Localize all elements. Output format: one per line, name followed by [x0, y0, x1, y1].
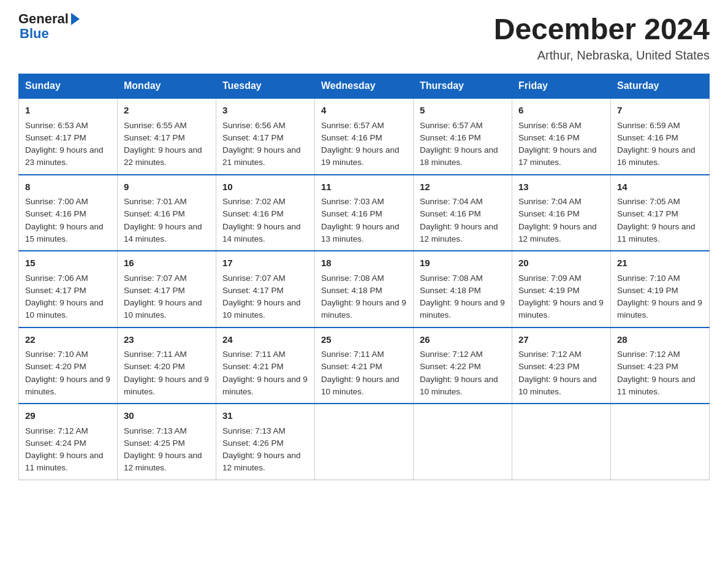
page-header: General Blue December 2024 Arthur, Nebra… — [18, 12, 710, 63]
day-number: 13 — [518, 180, 604, 194]
day-number: 30 — [124, 409, 210, 423]
calendar-table: SundayMondayTuesdayWednesdayThursdayFrid… — [18, 74, 710, 480]
day-cell: 16 Sunrise: 7:07 AMSunset: 4:17 PMDaylig… — [118, 251, 216, 327]
day-number: 25 — [321, 333, 407, 347]
day-number: 4 — [321, 104, 407, 118]
day-number: 9 — [124, 180, 210, 194]
day-number: 21 — [617, 256, 703, 270]
day-number: 8 — [25, 180, 111, 194]
day-info: Sunrise: 7:04 AMSunset: 4:16 PMDaylight:… — [420, 196, 506, 245]
calendar-header: SundayMondayTuesdayWednesdayThursdayFrid… — [19, 74, 710, 99]
day-cell: 31 Sunrise: 7:13 AMSunset: 4:26 PMDaylig… — [216, 404, 315, 480]
day-cell: 7 Sunrise: 6:59 AMSunset: 4:16 PMDayligh… — [611, 98, 710, 175]
day-info: Sunrise: 7:04 AMSunset: 4:16 PMDaylight:… — [518, 196, 604, 245]
header-cell-wednesday: Wednesday — [315, 74, 414, 99]
day-info: Sunrise: 7:11 AMSunset: 4:21 PMDaylight:… — [321, 348, 407, 398]
day-info: Sunrise: 7:10 AMSunset: 4:19 PMDaylight:… — [617, 272, 703, 322]
day-number: 15 — [25, 256, 111, 270]
day-number: 20 — [518, 256, 604, 270]
day-number: 1 — [25, 104, 111, 118]
location-text: Arthur, Nebraska, United States — [494, 48, 710, 63]
day-number: 11 — [321, 180, 407, 194]
day-info: Sunrise: 7:12 AMSunset: 4:24 PMDaylight:… — [25, 425, 111, 475]
day-cell: 1 Sunrise: 6:53 AMSunset: 4:17 PMDayligh… — [19, 98, 118, 175]
day-info: Sunrise: 7:10 AMSunset: 4:20 PMDaylight:… — [25, 348, 111, 398]
day-info: Sunrise: 7:09 AMSunset: 4:19 PMDaylight:… — [518, 272, 604, 322]
logo-general-text: General — [18, 12, 69, 26]
day-number: 26 — [420, 333, 506, 347]
day-cell: 20 Sunrise: 7:09 AMSunset: 4:19 PMDaylig… — [512, 251, 611, 327]
day-info: Sunrise: 7:12 AMSunset: 4:23 PMDaylight:… — [518, 348, 604, 398]
day-number: 24 — [222, 333, 308, 347]
day-number: 14 — [617, 180, 703, 194]
day-number: 17 — [222, 256, 308, 270]
day-cell: 17 Sunrise: 7:07 AMSunset: 4:17 PMDaylig… — [216, 251, 315, 327]
day-info: Sunrise: 6:59 AMSunset: 4:16 PMDaylight:… — [617, 120, 703, 169]
logo-blue-text: Blue — [18, 26, 49, 42]
header-cell-sunday: Sunday — [19, 74, 118, 99]
day-number: 23 — [124, 333, 210, 347]
header-cell-tuesday: Tuesday — [216, 74, 315, 99]
day-cell: 5 Sunrise: 6:57 AMSunset: 4:16 PMDayligh… — [414, 98, 512, 175]
day-number: 3 — [222, 104, 308, 118]
day-cell: 25 Sunrise: 7:11 AMSunset: 4:21 PMDaylig… — [315, 327, 414, 404]
day-cell: 18 Sunrise: 7:08 AMSunset: 4:18 PMDaylig… — [315, 251, 414, 327]
logo: General Blue — [18, 12, 80, 42]
day-info: Sunrise: 6:55 AMSunset: 4:17 PMDaylight:… — [124, 120, 210, 169]
day-cell: 15 Sunrise: 7:06 AMSunset: 4:17 PMDaylig… — [19, 251, 118, 327]
day-number: 18 — [321, 256, 407, 270]
day-cell: 27 Sunrise: 7:12 AMSunset: 4:23 PMDaylig… — [512, 327, 611, 404]
day-number: 22 — [25, 333, 111, 347]
day-cell: 14 Sunrise: 7:05 AMSunset: 4:17 PMDaylig… — [611, 175, 710, 251]
day-number: 27 — [518, 333, 604, 347]
day-info: Sunrise: 7:00 AMSunset: 4:16 PMDaylight:… — [25, 196, 111, 245]
day-info: Sunrise: 7:02 AMSunset: 4:16 PMDaylight:… — [222, 196, 308, 245]
day-cell: 22 Sunrise: 7:10 AMSunset: 4:20 PMDaylig… — [19, 327, 118, 404]
day-info: Sunrise: 6:53 AMSunset: 4:17 PMDaylight:… — [25, 120, 111, 169]
day-info: Sunrise: 7:13 AMSunset: 4:26 PMDaylight:… — [222, 425, 308, 475]
day-info: Sunrise: 7:03 AMSunset: 4:16 PMDaylight:… — [321, 196, 407, 245]
day-cell: 26 Sunrise: 7:12 AMSunset: 4:22 PMDaylig… — [414, 327, 512, 404]
logo-arrow-icon — [71, 13, 80, 25]
day-cell: 13 Sunrise: 7:04 AMSunset: 4:16 PMDaylig… — [512, 175, 611, 251]
day-number: 19 — [420, 256, 506, 270]
header-row: SundayMondayTuesdayWednesdayThursdayFrid… — [19, 74, 710, 99]
day-cell: 28 Sunrise: 7:12 AMSunset: 4:23 PMDaylig… — [611, 327, 710, 404]
day-cell: 2 Sunrise: 6:55 AMSunset: 4:17 PMDayligh… — [118, 98, 216, 175]
week-row-3: 15 Sunrise: 7:06 AMSunset: 4:17 PMDaylig… — [19, 251, 710, 327]
week-row-4: 22 Sunrise: 7:10 AMSunset: 4:20 PMDaylig… — [19, 327, 710, 404]
title-area: December 2024 Arthur, Nebraska, United S… — [494, 12, 710, 63]
day-number: 10 — [222, 180, 308, 194]
day-cell — [611, 404, 710, 480]
day-info: Sunrise: 6:57 AMSunset: 4:16 PMDaylight:… — [321, 120, 407, 169]
day-info: Sunrise: 7:11 AMSunset: 4:21 PMDaylight:… — [222, 348, 308, 398]
header-cell-monday: Monday — [118, 74, 216, 99]
header-cell-friday: Friday — [512, 74, 611, 99]
day-info: Sunrise: 7:13 AMSunset: 4:25 PMDaylight:… — [124, 425, 210, 475]
day-info: Sunrise: 7:12 AMSunset: 4:23 PMDaylight:… — [617, 348, 703, 398]
day-info: Sunrise: 6:56 AMSunset: 4:17 PMDaylight:… — [222, 120, 308, 169]
day-cell: 12 Sunrise: 7:04 AMSunset: 4:16 PMDaylig… — [414, 175, 512, 251]
day-cell — [512, 404, 611, 480]
day-cell — [414, 404, 512, 480]
day-info: Sunrise: 7:08 AMSunset: 4:18 PMDaylight:… — [420, 272, 506, 322]
day-info: Sunrise: 7:01 AMSunset: 4:16 PMDaylight:… — [124, 196, 210, 245]
calendar-body: 1 Sunrise: 6:53 AMSunset: 4:17 PMDayligh… — [19, 98, 710, 480]
day-info: Sunrise: 7:07 AMSunset: 4:17 PMDaylight:… — [124, 272, 210, 322]
day-cell: 6 Sunrise: 6:58 AMSunset: 4:16 PMDayligh… — [512, 98, 611, 175]
day-cell: 4 Sunrise: 6:57 AMSunset: 4:16 PMDayligh… — [315, 98, 414, 175]
day-cell: 8 Sunrise: 7:00 AMSunset: 4:16 PMDayligh… — [19, 175, 118, 251]
day-cell: 11 Sunrise: 7:03 AMSunset: 4:16 PMDaylig… — [315, 175, 414, 251]
header-cell-thursday: Thursday — [414, 74, 512, 99]
day-number: 29 — [25, 409, 111, 423]
day-info: Sunrise: 7:07 AMSunset: 4:17 PMDaylight:… — [222, 272, 308, 322]
day-info: Sunrise: 7:06 AMSunset: 4:17 PMDaylight:… — [25, 272, 111, 322]
day-number: 5 — [420, 104, 506, 118]
day-cell: 21 Sunrise: 7:10 AMSunset: 4:19 PMDaylig… — [611, 251, 710, 327]
day-number: 6 — [518, 104, 604, 118]
day-info: Sunrise: 6:57 AMSunset: 4:16 PMDaylight:… — [420, 120, 506, 169]
day-info: Sunrise: 7:12 AMSunset: 4:22 PMDaylight:… — [420, 348, 506, 398]
month-title: December 2024 — [494, 12, 710, 46]
day-cell: 24 Sunrise: 7:11 AMSunset: 4:21 PMDaylig… — [216, 327, 315, 404]
day-info: Sunrise: 7:08 AMSunset: 4:18 PMDaylight:… — [321, 272, 407, 322]
